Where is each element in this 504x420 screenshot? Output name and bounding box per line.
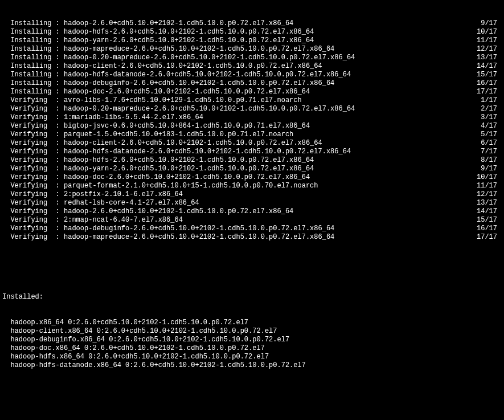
progress-line: Verifying : avro-libs-1.7.6+cdh5.10.0+12… (2, 96, 504, 105)
progress-text: Verifying : bigtop-jsvc-0.6.0+cdh5.10.0+… (2, 122, 463, 131)
installed-item: hadoop-hdfs-datanode.x86_64 0:2.6.0+cdh5… (2, 361, 504, 370)
progress-count: 9/17 (463, 19, 504, 28)
installed-list: hadoop.x86_64 0:2.6.0+cdh5.10.0+2102-1.c… (2, 319, 504, 370)
progress-text: Verifying : hadoop-mapreduce-2.6.0+cdh5.… (2, 233, 463, 242)
progress-line: Installing : hadoop-debuginfo-2.6.0+cdh5… (2, 79, 504, 88)
progress-count: 15/17 (463, 71, 504, 79)
progress-line: Verifying : hadoop-yarn-2.6.0+cdh5.10.0+… (2, 165, 504, 173)
progress-text: Installing : hadoop-hdfs-datanode-2.6.0+… (2, 71, 463, 79)
progress-line: Verifying : hadoop-doc-2.6.0+cdh5.10.0+2… (2, 173, 504, 182)
progress-text: Verifying : 1:mariadb-libs-5.5.44-2.el7.… (2, 113, 463, 122)
progress-count: 3/17 (463, 113, 504, 122)
progress-text: Verifying : parquet-1.5.0+cdh5.10.0+183-… (2, 131, 463, 139)
installed-item: hadoop-client.x86_64 0:2.6.0+cdh5.10.0+2… (2, 327, 504, 336)
progress-text: Installing : hadoop-hdfs-2.6.0+cdh5.10.0… (2, 28, 463, 36)
progress-text: Verifying : hadoop-debuginfo-2.6.0+cdh5.… (2, 225, 463, 233)
installed-item: hadoop-hdfs.x86_64 0:2.6.0+cdh5.10.0+210… (2, 353, 504, 361)
progress-line: Verifying : 2:postfix-2.10.1-6.el7.x86_6… (2, 190, 504, 199)
progress-text: Verifying : 2:nmap-ncat-6.40-7.el7.x86_6… (2, 216, 463, 225)
progress-line: Verifying : hadoop-hdfs-datanode-2.6.0+c… (2, 148, 504, 156)
progress-count: 4/17 (463, 122, 504, 131)
progress-text: Installing : hadoop-2.6.0+cdh5.10.0+2102… (2, 19, 463, 28)
progress-count: 11/17 (463, 182, 504, 190)
progress-count: 1/17 (463, 96, 504, 105)
progress-text: Verifying : hadoop-doc-2.6.0+cdh5.10.0+2… (2, 173, 463, 182)
progress-line: Verifying : parquet-1.5.0+cdh5.10.0+183-… (2, 131, 504, 139)
installed-section: Installed: hadoop.x86_64 0:2.6.0+cdh5.10… (2, 276, 504, 387)
progress-count: 9/17 (463, 165, 504, 173)
progress-line: Installing : hadoop-hdfs-datanode-2.6.0+… (2, 71, 504, 79)
progress-count: 14/17 (463, 207, 504, 216)
progress-count: 8/17 (463, 156, 504, 165)
progress-text: Verifying : hadoop-hdfs-2.6.0+cdh5.10.0+… (2, 156, 463, 165)
progress-text: Installing : hadoop-client-2.6.0+cdh5.10… (2, 62, 463, 71)
progress-count: 11/17 (463, 36, 504, 45)
progress-count: 15/17 (463, 216, 504, 225)
progress-text: Verifying : hadoop-hdfs-datanode-2.6.0+c… (2, 148, 463, 156)
progress-text: Installing : hadoop-debuginfo-2.6.0+cdh5… (2, 79, 463, 88)
progress-text: Verifying : parquet-format-2.1.0+cdh5.10… (2, 182, 463, 190)
progress-count: 13/17 (463, 199, 504, 207)
progress-line: Installing : hadoop-2.6.0+cdh5.10.0+2102… (2, 19, 504, 28)
progress-line: Installing : hadoop-mapreduce-2.6.0+cdh5… (2, 45, 504, 54)
progress-count: 16/17 (463, 79, 504, 88)
installed-header: Installed: (2, 293, 504, 301)
progress-text: Installing : hadoop-0.20-mapreduce-2.6.0… (2, 54, 463, 62)
progress-count: 7/17 (463, 148, 504, 156)
progress-count: 17/17 (463, 88, 504, 96)
progress-count: 17/17 (463, 233, 504, 242)
progress-text: Installing : hadoop-mapreduce-2.6.0+cdh5… (2, 45, 463, 54)
progress-line: Installing : hadoop-hdfs-2.6.0+cdh5.10.0… (2, 28, 504, 36)
progress-text: Verifying : 2:postfix-2.10.1-6.el7.x86_6… (2, 190, 463, 199)
progress-count: 16/17 (463, 225, 504, 233)
terminal-output: Installing : hadoop-2.6.0+cdh5.10.0+2102… (0, 0, 504, 420)
progress-line: Verifying : 1:mariadb-libs-5.5.44-2.el7.… (2, 113, 504, 122)
progress-line: Installing : hadoop-client-2.6.0+cdh5.10… (2, 62, 504, 71)
progress-count: 13/17 (463, 54, 504, 62)
installed-item: hadoop.x86_64 0:2.6.0+cdh5.10.0+2102-1.c… (2, 319, 504, 327)
progress-line: Installing : hadoop-yarn-2.6.0+cdh5.10.0… (2, 36, 504, 45)
progress-line: Verifying : 2:nmap-ncat-6.40-7.el7.x86_6… (2, 216, 504, 225)
progress-count: 2/17 (463, 105, 504, 113)
progress-line: Installing : hadoop-0.20-mapreduce-2.6.0… (2, 54, 504, 62)
progress-line: Verifying : bigtop-jsvc-0.6.0+cdh5.10.0+… (2, 122, 504, 131)
progress-line: Verifying : hadoop-debuginfo-2.6.0+cdh5.… (2, 225, 504, 233)
progress-text: Verifying : hadoop-0.20-mapreduce-2.6.0+… (2, 105, 463, 113)
progress-text: Installing : hadoop-doc-2.6.0+cdh5.10.0+… (2, 88, 463, 96)
progress-line: Verifying : hadoop-client-2.6.0+cdh5.10.… (2, 139, 504, 148)
progress-count: 12/17 (463, 45, 504, 54)
progress-line: Verifying : hadoop-hdfs-2.6.0+cdh5.10.0+… (2, 156, 504, 165)
progress-text: Verifying : hadoop-2.6.0+cdh5.10.0+2102-… (2, 207, 463, 216)
progress-line: Verifying : hadoop-2.6.0+cdh5.10.0+2102-… (2, 207, 504, 216)
progress-count: 10/17 (463, 173, 504, 182)
progress-line: Verifying : redhat-lsb-core-4.1-27.el7.x… (2, 199, 504, 207)
progress-count: 10/17 (463, 28, 504, 36)
progress-text: Verifying : hadoop-yarn-2.6.0+cdh5.10.0+… (2, 165, 463, 173)
progress-line: Verifying : parquet-format-2.1.0+cdh5.10… (2, 182, 504, 190)
progress-text: Installing : hadoop-yarn-2.6.0+cdh5.10.0… (2, 36, 463, 45)
progress-text: Verifying : redhat-lsb-core-4.1-27.el7.x… (2, 199, 463, 207)
installed-item: hadoop-debuginfo.x86_64 0:2.6.0+cdh5.10.… (2, 336, 504, 344)
progress-line: Verifying : hadoop-0.20-mapreduce-2.6.0+… (2, 105, 504, 113)
progress-count: 14/17 (463, 62, 504, 71)
progress-count: 5/17 (463, 131, 504, 139)
progress-text: Verifying : hadoop-client-2.6.0+cdh5.10.… (2, 139, 463, 148)
progress-count: 6/17 (463, 139, 504, 148)
progress-text: Verifying : avro-libs-1.7.6+cdh5.10.0+12… (2, 96, 463, 105)
installed-item: hadoop-doc.x86_64 0:2.6.0+cdh5.10.0+2102… (2, 344, 504, 353)
progress-line: Installing : hadoop-doc-2.6.0+cdh5.10.0+… (2, 88, 504, 96)
progress-list: Installing : hadoop-2.6.0+cdh5.10.0+2102… (2, 19, 504, 242)
progress-count: 12/17 (463, 190, 504, 199)
progress-line: Verifying : hadoop-mapreduce-2.6.0+cdh5.… (2, 233, 504, 242)
